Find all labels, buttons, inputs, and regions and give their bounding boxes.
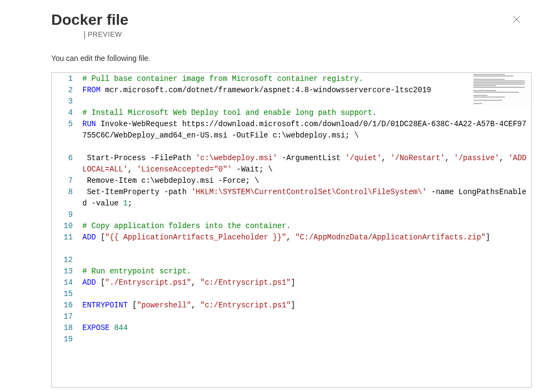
code-line[interactable] — [83, 334, 529, 345]
code-line[interactable] — [83, 96, 529, 107]
code-line[interactable]: RUN Invoke-WebRequest https://download.m… — [83, 119, 529, 153]
code-editor[interactable]: 12345..6.78.91011.1213141516171819 # Pul… — [51, 72, 532, 388]
code-line[interactable]: Start-Process -FilePath 'c:\webdeploy.ms… — [83, 153, 529, 175]
code-line[interactable]: # Pull base container image from Microso… — [83, 73, 529, 85]
dockerfile-panel: Docker file | PREVIEW You can edit the f… — [0, 0, 536, 392]
panel-description: You can edit the following file. — [51, 54, 536, 63]
subtitle-row: | PREVIEW — [84, 30, 128, 39]
close-icon — [513, 16, 520, 23]
code-line[interactable]: # Run entrypoint script. — [83, 266, 529, 277]
code-line[interactable]: ADD ["./Entryscript.ps1", "c:/Entryscrip… — [83, 277, 529, 288]
code-line[interactable]: FROM mcr.microsoft.com/dotnet/framework/… — [83, 85, 529, 96]
panel-header: Docker file | PREVIEW — [51, 0, 536, 39]
line-number-gutter: 12345..6.78.91011.1213141516171819 — [52, 73, 80, 387]
panel-title: Docker file — [51, 11, 128, 29]
code-line[interactable]: EXPOSE 844 — [83, 322, 529, 334]
title-block: Docker file | PREVIEW — [51, 11, 128, 39]
code-line[interactable]: ADD ["{{ ApplicationArtifacts_Placeholde… — [83, 232, 529, 255]
code-line[interactable] — [83, 209, 529, 221]
preview-badge: PREVIEW — [88, 30, 122, 38]
close-button[interactable] — [508, 11, 525, 28]
code-line[interactable]: # Copy application folders into the cont… — [83, 221, 529, 232]
code-line[interactable]: ENTRYPOINT ["powershell", "c:/Entryscrip… — [83, 300, 529, 311]
code-line[interactable]: Set-ItemProperty -path 'HKLM:\SYSTEM\Cur… — [83, 187, 529, 209]
code-line[interactable] — [83, 288, 529, 300]
code-content[interactable]: # Pull base container image from Microso… — [80, 73, 531, 387]
code-line[interactable] — [83, 311, 529, 322]
subtitle-pipe: | — [84, 30, 86, 39]
editor-scroll[interactable]: 12345..6.78.91011.1213141516171819 # Pul… — [52, 73, 531, 387]
code-line[interactable] — [83, 255, 529, 266]
code-line[interactable]: # Install Microsoft Web Deploy tool and … — [83, 107, 529, 119]
code-line[interactable]: Remove-Item c:\webdeploy.msi -Force; \ — [83, 175, 529, 187]
